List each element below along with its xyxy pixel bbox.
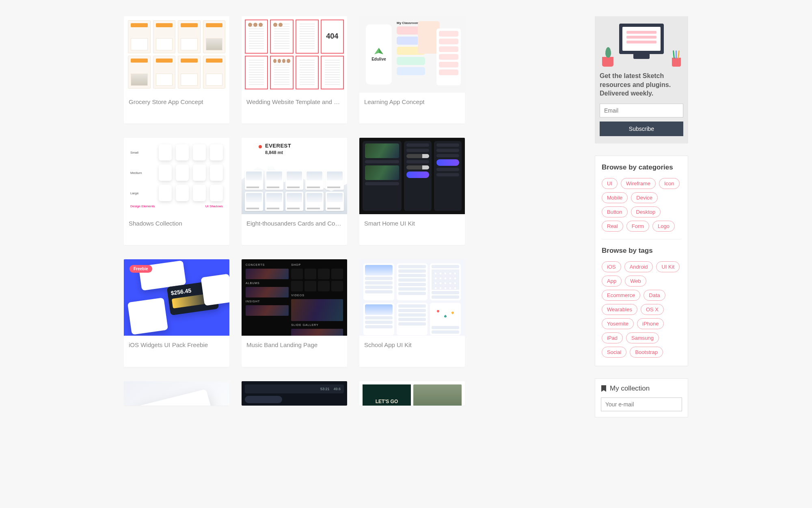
category-list: UIWireframeIconMobileDeviceButtonDesktop…	[602, 178, 681, 232]
category-tag[interactable]: Device	[631, 192, 658, 203]
resource-card[interactable]: Wedding Website Template and UI Kit	[242, 16, 347, 124]
card-title: Shadows Collection	[124, 214, 229, 233]
tag[interactable]: Social	[602, 347, 626, 358]
thumbnail: 53:2149.6	[242, 381, 347, 406]
thumbnail	[359, 259, 465, 336]
sidebar: Get the latest Sketch resources and plug…	[595, 16, 688, 417]
tag[interactable]: OS X	[641, 304, 664, 315]
tag[interactable]: iOS	[602, 261, 621, 272]
thumbnail	[124, 381, 229, 406]
tag-list: iOSAndroidUI KitAppWebEcommerceDataWeara…	[602, 261, 681, 358]
subscribe-email-input[interactable]	[600, 104, 683, 117]
tag[interactable]: Web	[625, 276, 646, 287]
tag[interactable]: Bootstrap	[630, 347, 663, 358]
subscribe-widget: Get the latest Sketch resources and plug…	[595, 16, 688, 143]
category-tag[interactable]: Logo	[652, 221, 675, 232]
category-tag[interactable]: UI	[602, 178, 618, 189]
tag[interactable]: UI Kit	[656, 261, 680, 272]
thumbnail: LET'S GO SANS FONT.	[359, 381, 465, 406]
freebie-badge: Freebie	[130, 265, 152, 273]
collection-email-input[interactable]	[601, 397, 682, 411]
card-title: Music Band Landing Page	[242, 336, 347, 355]
resource-card[interactable]: Freebie $256.45 iOS Widgets UI Pack Free…	[124, 259, 229, 367]
thumbnail	[359, 138, 465, 214]
card-title: iOS Widgets UI Pack Freebie	[124, 336, 229, 355]
resource-card[interactable]	[124, 381, 229, 406]
tag[interactable]: Wearables	[602, 304, 637, 315]
thumbnail: EVEREST 8,848 mt	[242, 138, 347, 214]
thumbnail	[124, 16, 229, 93]
browse-widget: Browse by categories UIWireframeIconMobi…	[595, 156, 688, 366]
tag[interactable]: App	[602, 276, 622, 287]
card-title: Eight-thousanders Cards and Concept	[242, 214, 347, 233]
tag[interactable]: Data	[644, 290, 665, 301]
card-title: Smart Home UI Kit	[359, 214, 465, 233]
category-tag[interactable]: Wireframe	[621, 178, 656, 189]
resource-card[interactable]: Grocery Store App Concept	[124, 16, 229, 124]
resource-card[interactable]: 53:2149.6	[242, 381, 347, 406]
divider	[602, 239, 681, 239]
tag[interactable]: Ecommerce	[602, 290, 640, 301]
subscribe-illustration	[600, 22, 683, 67]
tag[interactable]: Android	[624, 261, 653, 272]
resource-card[interactable]: Smart Home UI Kit	[359, 138, 465, 245]
subscribe-text: Get the latest Sketch resources and plug…	[600, 72, 683, 98]
thumbnail: Small Medium Large Design ElementsUI Sha…	[124, 138, 229, 214]
card-title: School App UI Kit	[359, 336, 465, 355]
thumbnail: CONCERTS ALBUMS INSIGHT SHOP VIDEOS SLID…	[242, 259, 347, 336]
resource-card[interactable]: CONCERTS ALBUMS INSIGHT SHOP VIDEOS SLID…	[242, 259, 347, 367]
bookmark-icon	[601, 385, 607, 392]
category-tag[interactable]: Real	[602, 221, 623, 232]
category-tag[interactable]: Desktop	[631, 206, 661, 217]
collection-widget: My collection	[595, 378, 688, 417]
resource-card[interactable]: LET'S GO SANS FONT.	[359, 381, 465, 406]
resource-card[interactable]: Edulive My Classroom Learning App Concep…	[359, 16, 465, 124]
categories-title: Browse by categories	[602, 163, 681, 172]
tags-title: Browse by tags	[602, 247, 681, 255]
category-tag[interactable]: Form	[626, 221, 649, 232]
tag[interactable]: Samsung	[626, 332, 659, 343]
tag[interactable]: Yosemite	[602, 318, 634, 329]
category-tag[interactable]: Icon	[659, 178, 680, 189]
resource-card[interactable]: EVEREST 8,848 mt Eight-thousanders Cards…	[242, 138, 347, 245]
category-tag[interactable]: Mobile	[602, 192, 628, 203]
resource-card[interactable]: Small Medium Large Design ElementsUI Sha…	[124, 138, 229, 245]
resource-grid: Grocery Store App Concept Wedding Websit…	[124, 16, 570, 417]
tag[interactable]: iPhone	[637, 318, 664, 329]
collection-title: My collection	[610, 384, 650, 393]
card-title: Learning App Concept	[359, 93, 465, 112]
category-tag[interactable]: Button	[602, 206, 628, 217]
thumbnail: Freebie $256.45	[124, 259, 229, 336]
card-title: Wedding Website Template and UI Kit	[242, 93, 347, 112]
thumbnail	[242, 16, 347, 93]
subscribe-button[interactable]: Subscribe	[600, 122, 683, 136]
resource-card[interactable]: School App UI Kit	[359, 259, 465, 367]
tag[interactable]: iPad	[602, 332, 623, 343]
card-title: Grocery Store App Concept	[124, 93, 229, 112]
thumbnail: Edulive My Classroom	[359, 16, 465, 93]
